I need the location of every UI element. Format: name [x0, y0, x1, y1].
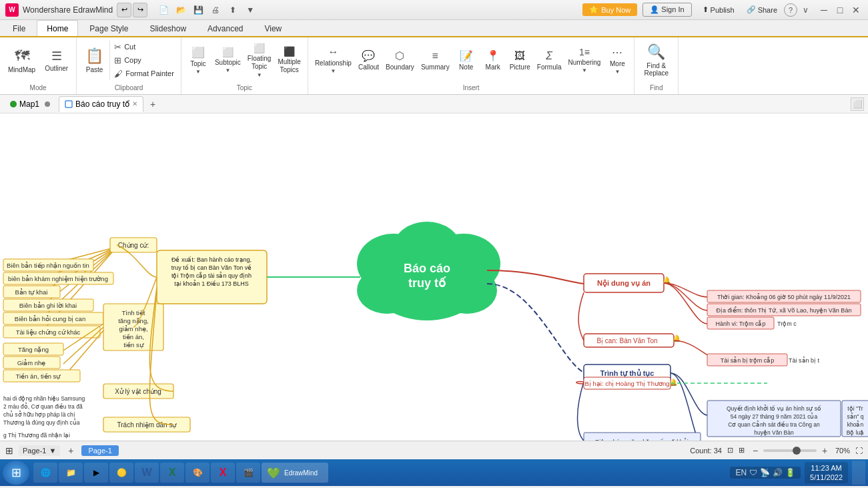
fit-page-icon[interactable]: ⊡ — [727, 446, 733, 455]
buy-now-button[interactable]: ⭐ Buy Now — [582, 3, 637, 16]
taskbar-word[interactable]: W — [135, 463, 159, 483]
app1-icon: 🟡 — [117, 468, 127, 477]
tab-home[interactable]: Home — [37, 20, 78, 36]
taskbar-explorer[interactable]: 📁 — [59, 463, 83, 483]
publish-share-group: ⬆ Publish 🔗 Share ? ∨ — [697, 3, 812, 17]
taskbar-ie[interactable]: 🌐 — [33, 463, 57, 483]
undo-button[interactable]: ↩ — [117, 3, 131, 17]
taskbar-edrawmind[interactable]: 💚 EdrawMind — [262, 463, 328, 483]
floating-topic-button[interactable]: ⬜ FloatingTopic ▼ — [245, 40, 274, 80]
svg-text:truy tố bị can Bàn Văn Ton về: truy tố bị can Bàn Văn Ton về — [171, 264, 252, 271]
formula-button[interactable]: Σ Formula — [534, 40, 564, 80]
page-nav-arrow: ▼ — [49, 447, 56, 455]
numbering-button[interactable]: 1≡ Numbering ▼ — [565, 40, 603, 80]
outliner-button[interactable]: ☰ Outliner — [41, 40, 72, 80]
zoom-slider[interactable] — [763, 449, 817, 452]
clock[interactable]: 11:23 AM 5/11/2022 — [805, 462, 848, 484]
svg-text:Trách nhiệm dân sự: Trách nhiệm dân sự — [117, 421, 177, 429]
add-page-button[interactable]: + — [65, 445, 76, 456]
topic-button[interactable]: ⬜ Topic ▼ — [185, 40, 211, 80]
tab-bao-cao[interactable]: Báo cáo truy tố ✕ — [59, 96, 143, 112]
share-button[interactable]: 🔗 Share — [741, 4, 783, 15]
export-icon[interactable]: ⬆ — [226, 3, 240, 17]
sign-in-button[interactable]: 👤 Sign In — [642, 3, 691, 17]
minimize-button[interactable]: ─ — [817, 3, 831, 17]
find-replace-button[interactable]: 🔍 Find &Replace — [638, 40, 674, 80]
svg-text:tiền án,: tiền án, — [123, 333, 144, 340]
boundary-label: Boundary — [386, 63, 414, 71]
zoom-fit-icon[interactable]: ⊞ — [739, 446, 745, 455]
tab-close-button[interactable]: ✕ — [132, 100, 137, 107]
taskbar-app4[interactable]: 🎬 — [236, 463, 260, 483]
mark-button[interactable]: 📍 Mark — [480, 40, 506, 80]
note-button[interactable]: 📝 Note — [454, 40, 479, 80]
svg-rect-0 — [65, 101, 72, 107]
zoom-in-button[interactable]: + — [819, 445, 830, 456]
tab-file[interactable]: File — [3, 20, 35, 36]
battery-icon[interactable]: 🔋 — [785, 468, 795, 477]
paste-label: Paste — [86, 66, 103, 73]
tab-page-style[interactable]: Page Style — [79, 20, 138, 36]
show-desktop-button[interactable] — [852, 461, 865, 485]
save-icon[interactable]: 💾 — [191, 3, 205, 17]
topic-group-label: Topic — [237, 84, 252, 91]
page-nav[interactable]: Page-1 ▼ — [19, 445, 60, 456]
tab-view[interactable]: View — [254, 20, 292, 36]
page-icon-group: ⊞ — [5, 445, 13, 456]
paste-button[interactable]: 📋 Paste — [81, 40, 110, 80]
subtopic-button[interactable]: ⬜ Subtopic ▼ — [212, 40, 244, 80]
language-icon[interactable]: EN — [735, 468, 747, 477]
copy-button[interactable]: ⊞ Copy — [111, 54, 177, 67]
publish-button[interactable]: ⬆ Publish — [697, 4, 740, 15]
svg-text:tội Trộm cắp tài sản quy định: tội Trộm cắp tài sản quy định — [171, 272, 252, 279]
help-button[interactable]: ? — [784, 3, 797, 17]
fullscreen-button[interactable]: ⛶ — [855, 447, 863, 455]
summary-button[interactable]: ≡ Summary — [418, 40, 452, 80]
volume-icon[interactable]: 🔊 — [773, 468, 783, 477]
zoom-thumb[interactable] — [793, 447, 801, 455]
redo-button[interactable]: ↪ — [133, 3, 147, 17]
collapse-ribbon-icon[interactable]: ∨ — [799, 3, 812, 17]
new-file-icon[interactable]: 📄 — [157, 3, 170, 17]
network-icon[interactable]: 📡 — [760, 468, 770, 477]
svg-text:Cơ quan Cảnh sát điều tra Công: Cơ quan Cảnh sát điều tra Công an — [728, 421, 820, 428]
open-file-icon[interactable]: 📂 — [174, 3, 187, 17]
outliner-icon: ☰ — [51, 49, 62, 63]
relationship-button[interactable]: ↔ Relationship ▼ — [312, 40, 354, 80]
picture-button[interactable]: 🖼 Picture — [507, 40, 533, 80]
more-button[interactable]: ⋯ More ▼ — [604, 40, 630, 80]
callout-button[interactable]: 💬 Callout — [356, 40, 382, 80]
cut-button[interactable]: ✂ Cut — [111, 41, 177, 53]
formula-icon: Σ — [546, 50, 552, 62]
active-page-tab[interactable]: Page-1 — [81, 445, 118, 456]
svg-text:khoản: khoản — [847, 421, 864, 428]
taskbar-app3[interactable]: X — [211, 463, 235, 483]
callout-label: Callout — [358, 63, 379, 71]
tab-slideshow[interactable]: Slideshow — [139, 20, 196, 36]
note-label: Note — [459, 63, 473, 71]
mindmap-button[interactable]: 🗺 MindMap — [4, 40, 39, 80]
svg-text:truy tố: truy tố — [408, 276, 447, 290]
tab-maximize-button[interactable]: ⬜ — [851, 97, 864, 111]
maximize-button[interactable]: □ — [833, 3, 847, 17]
taskbar-app1[interactable]: 🟡 — [109, 463, 133, 483]
tab-map1[interactable]: Map1 — [4, 96, 56, 112]
print-icon[interactable]: 🖨 — [209, 3, 222, 17]
new-tab-button[interactable]: + — [146, 97, 159, 111]
svg-text:Tăng nặng: Tăng nặng — [18, 346, 49, 353]
boundary-button[interactable]: ⬡ Boundary — [383, 40, 417, 80]
find-replace-icon: 🔍 — [647, 43, 665, 61]
relationship-arrow: ▼ — [330, 68, 336, 74]
taskbar-app2[interactable]: 🎨 — [185, 463, 209, 483]
zoom-out-button[interactable]: − — [750, 445, 761, 456]
multiple-topics-button[interactable]: ⬛ MultipleTopics — [275, 40, 303, 80]
taskbar-media[interactable]: ▶ — [84, 463, 108, 483]
format-painter-button[interactable]: 🖌 Format Painter — [111, 67, 177, 80]
close-button[interactable]: ✕ — [849, 3, 863, 17]
tab-advanced[interactable]: Advanced — [197, 20, 253, 36]
start-button[interactable]: ⊞ — [3, 461, 29, 485]
more-title-icon[interactable]: ▼ — [244, 3, 257, 17]
svg-text:Đề xuất: Ban hành cáo trạng,: Đề xuất: Ban hành cáo trạng, — [171, 256, 252, 263]
taskbar-excel[interactable]: X — [160, 463, 184, 483]
antivirus-icon[interactable]: 🛡 — [749, 468, 757, 477]
